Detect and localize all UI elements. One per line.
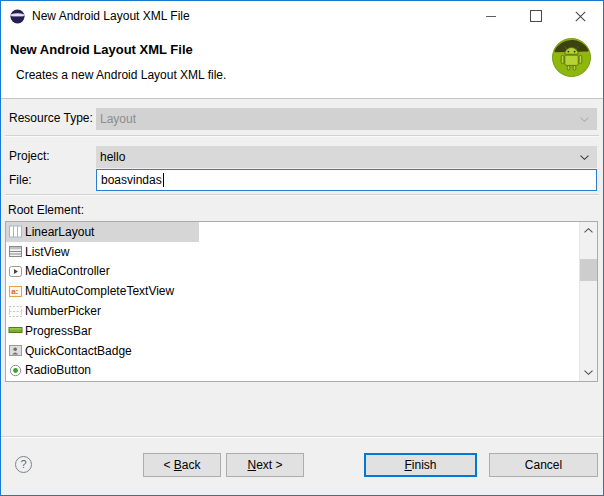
finish-button-label: Finish — [404, 458, 436, 472]
project-combo[interactable]: hello — [96, 146, 597, 168]
resource-type-value: Layout — [100, 112, 136, 126]
list-item-mediacontroller[interactable]: MediaController — [6, 262, 597, 282]
listview-icon — [8, 244, 23, 259]
scroll-down-button[interactable] — [580, 364, 597, 381]
separator — [5, 194, 599, 196]
chevron-down-icon — [580, 155, 589, 160]
resource-type-combo: Layout — [96, 108, 597, 130]
button-bar: ? < Back Next > Finish Cancel — [1, 436, 603, 495]
chevron-down-icon — [580, 117, 589, 122]
separator — [5, 135, 599, 137]
list-item-numberpicker[interactable]: NumberPicker — [6, 301, 597, 321]
list-item-label: QuickContactBadge — [25, 344, 132, 358]
next-button-label: Next > — [247, 458, 282, 472]
scrollbar-thumb[interactable] — [580, 259, 597, 281]
help-icon[interactable]: ? — [15, 456, 32, 473]
numberpicker-icon — [8, 304, 23, 319]
list-item-label: NumberPicker — [25, 304, 101, 318]
list-item-label: ListView — [25, 245, 69, 259]
quickcontactbadge-icon — [8, 343, 23, 358]
linearlayout-icon — [8, 224, 23, 239]
file-input-value: boasvindas — [101, 173, 162, 187]
list-item-radiobutton[interactable]: RadioButton — [6, 361, 597, 381]
radiobutton-icon — [8, 363, 23, 378]
back-button-label: < Back — [163, 458, 200, 472]
list-item-listview[interactable]: ListView — [6, 242, 597, 262]
list-item-progressbar[interactable]: ProgressBar — [6, 321, 597, 341]
cancel-button-label: Cancel — [525, 458, 562, 472]
file-label: File: — [9, 173, 32, 187]
list-item-quickcontactbadge[interactable]: QuickContactBadge — [6, 341, 597, 361]
wizard-header: New Android Layout XML File Creates a ne… — [1, 31, 603, 99]
svg-text:a:: a: — [11, 287, 18, 296]
chevron-down-icon — [584, 370, 593, 375]
close-icon — [575, 11, 586, 22]
list-item-linearlayout[interactable]: LinearLayout — [6, 222, 597, 242]
minimize-icon — [486, 16, 496, 17]
list-item-label: ProgressBar — [25, 324, 92, 338]
list-item-multiautocompletetextview[interactable]: a: MultiAutoCompleteTextView — [6, 281, 597, 301]
root-element-label: Root Element: — [8, 203, 84, 217]
window-title: New Android Layout XML File — [32, 9, 190, 23]
form-area: Resource Type: Layout Project: hello Fil… — [1, 99, 603, 438]
list-item-label: RadioButton — [25, 363, 91, 377]
list-item-label: MultiAutoCompleteTextView — [25, 284, 174, 298]
titlebar[interactable]: New Android Layout XML File — [1, 1, 603, 31]
android-robot-icon — [551, 37, 592, 78]
progressbar-icon — [8, 323, 23, 338]
maximize-button[interactable] — [513, 1, 558, 31]
new-android-layout-xml-dialog: New Android Layout XML File New Android … — [0, 0, 604, 496]
cancel-button[interactable]: Cancel — [489, 453, 598, 477]
project-value: hello — [100, 150, 125, 164]
mediacontroller-icon — [8, 264, 23, 279]
chevron-up-icon — [584, 228, 593, 233]
resource-type-label: Resource Type: — [9, 111, 93, 125]
list-item-label: MediaController — [25, 264, 110, 278]
list-item-label: LinearLayout — [25, 225, 94, 239]
project-label: Project: — [9, 149, 50, 163]
maximize-icon — [530, 10, 542, 22]
close-button[interactable] — [558, 1, 603, 31]
minimize-button[interactable] — [468, 1, 513, 31]
file-input[interactable]: boasvindas — [96, 169, 597, 191]
scroll-up-button[interactable] — [580, 222, 597, 239]
list-scrollbar[interactable] — [579, 222, 597, 381]
text-caret — [163, 173, 164, 187]
multiautocompletetextview-icon: a: — [8, 284, 23, 299]
back-button[interactable]: < Back — [143, 453, 221, 477]
page-title: New Android Layout XML File — [10, 42, 193, 57]
root-element-list[interactable]: LinearLayout ListView MediaController — [5, 221, 598, 382]
finish-button[interactable]: Finish — [364, 453, 477, 477]
page-description: Creates a new Android Layout XML file. — [16, 68, 226, 82]
eclipse-logo-icon — [10, 9, 25, 24]
next-button[interactable]: Next > — [226, 453, 304, 477]
